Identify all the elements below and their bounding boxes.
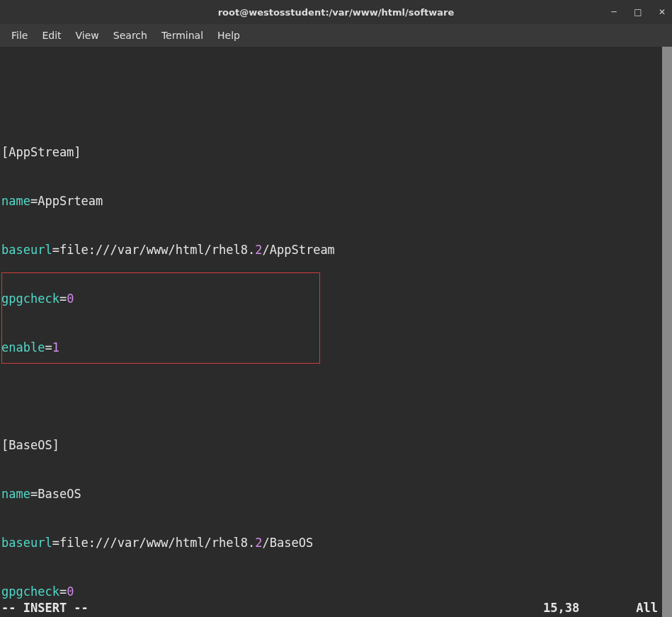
menu-edit[interactable]: Edit <box>35 26 68 45</box>
window-title: root@westosstudent:/var/www/html/softwar… <box>218 7 455 18</box>
key: gpgcheck <box>1 292 59 306</box>
section-header: [BaseOS] <box>1 438 59 452</box>
value: 0 <box>67 584 74 599</box>
value: BaseOS <box>38 487 81 501</box>
menu-help[interactable]: Help <box>210 26 247 45</box>
menu-view[interactable]: View <box>69 26 106 45</box>
menu-terminal[interactable]: Terminal <box>154 26 210 45</box>
key: baseurl <box>1 536 52 550</box>
value-num: 2 <box>255 243 262 257</box>
value: /AppStream <box>263 243 335 257</box>
key: name <box>1 487 30 501</box>
key: name <box>1 194 30 208</box>
value: 1 <box>52 340 59 354</box>
menu-bar: File Edit View Search Terminal Help <box>0 24 672 47</box>
key: gpgcheck <box>1 584 59 599</box>
window-titlebar: root@westosstudent:/var/www/html/softwar… <box>0 0 672 24</box>
maximize-icon[interactable]: □ <box>632 7 644 17</box>
value: file:///var/www/html/rhel8. <box>59 243 255 257</box>
value: 0 <box>67 292 74 306</box>
value: /BaseOS <box>263 536 314 550</box>
status-bar: -- INSERT -- 15,38 All <box>0 601 672 617</box>
key: baseurl <box>1 243 52 257</box>
value-num: 2 <box>255 536 262 550</box>
value: AppSrteam <box>38 194 103 208</box>
menu-search[interactable]: Search <box>106 26 154 45</box>
minimize-icon[interactable]: ─ <box>608 7 620 17</box>
scroll-position: All <box>636 601 658 617</box>
vim-mode: -- INSERT -- <box>1 601 89 617</box>
cursor-position: 15,38 <box>543 601 579 617</box>
editor-area[interactable]: [AppStream] name=AppSrteam baseurl=file:… <box>0 47 672 601</box>
key: enable <box>1 340 45 354</box>
menu-file[interactable]: File <box>4 26 35 45</box>
window-controls: ─ □ ✕ <box>608 7 668 17</box>
close-icon[interactable]: ✕ <box>656 7 668 17</box>
scrollbar-thumb[interactable] <box>662 47 672 617</box>
section-header: [AppStream] <box>1 145 81 159</box>
value: file:///var/www/html/rhel8. <box>59 536 255 550</box>
scrollbar[interactable] <box>662 47 672 617</box>
